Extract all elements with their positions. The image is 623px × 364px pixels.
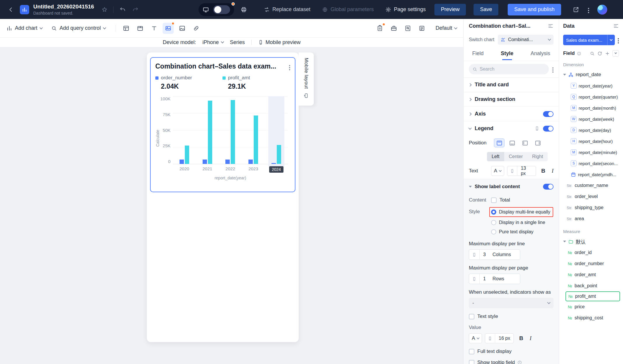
- collapse-panel-icon[interactable]: [613, 23, 619, 29]
- tab-style[interactable]: Style: [500, 47, 514, 60]
- add-query-control-button[interactable]: Add query control: [51, 25, 106, 31]
- phone-override-icon[interactable]: [469, 274, 480, 284]
- field-filter-dropdown-icon[interactable]: [612, 50, 619, 57]
- legend-position-right-button[interactable]: [532, 139, 543, 147]
- printer-icon[interactable]: [241, 6, 247, 13]
- phone-override-icon[interactable]: [507, 166, 517, 176]
- caret-down-icon[interactable]: [469, 186, 472, 188]
- section-title-and-card[interactable]: Title and card: [464, 77, 559, 92]
- field-report-date-year[interactable]: Y report_date(year): [559, 80, 623, 91]
- text-style-row[interactable]: Text style: [469, 314, 554, 319]
- field-order-number[interactable]: № order_number: [559, 258, 621, 269]
- dataset-select[interactable]: Sales data exam...: [563, 35, 615, 45]
- toolkit-icon[interactable]: [388, 23, 399, 34]
- bar-group-2022[interactable]: [219, 96, 242, 164]
- search-fields-icon[interactable]: [590, 51, 595, 56]
- field-report-date-second[interactable]: S report_date(secon...: [559, 158, 623, 169]
- phone-override-icon[interactable]: [485, 334, 495, 343]
- bold-button[interactable]: B: [519, 335, 523, 342]
- field-price[interactable]: № price: [559, 301, 621, 312]
- legend-position-bottom-button[interactable]: [507, 139, 517, 147]
- legend-position-left-button[interactable]: [520, 139, 530, 147]
- bar-group-2023[interactable]: [242, 96, 265, 164]
- back-icon[interactable]: [8, 6, 14, 13]
- share-icon[interactable]: [573, 6, 579, 13]
- align-left-option[interactable]: Left: [487, 152, 504, 161]
- chart-menu-icon[interactable]: [289, 64, 290, 69]
- field-report-date-month[interactable]: M report_date(month): [559, 102, 623, 113]
- image-widget-icon[interactable]: [177, 23, 188, 34]
- search-input[interactable]: [480, 66, 545, 72]
- field-back-point[interactable]: № back_point: [559, 280, 621, 291]
- field-report-date-quarter[interactable]: Q report_date(quarter): [559, 91, 623, 102]
- field-report-date-ymdh[interactable]: report_date(ymdh...: [559, 169, 623, 180]
- page-settings-button[interactable]: Page settings: [385, 6, 426, 13]
- layout-container-icon[interactable]: [121, 23, 132, 34]
- field-order-id[interactable]: № order_id: [559, 247, 621, 258]
- replace-dataset-button[interactable]: Replace dataset: [264, 6, 310, 13]
- mobile-layout-icon[interactable]: [304, 93, 309, 98]
- preview-button[interactable]: Preview: [434, 4, 466, 15]
- legend-item[interactable]: order_number 2.04K: [155, 75, 222, 90]
- text-widget-icon[interactable]: [149, 23, 160, 34]
- italic-button[interactable]: I: [530, 335, 531, 342]
- add-chart-button[interactable]: Add chart: [6, 25, 42, 31]
- bar-group-2024-highlighted[interactable]: [265, 96, 288, 164]
- material-library-icon[interactable]: [374, 23, 385, 34]
- field-order-amt[interactable]: № order_amt: [559, 269, 621, 280]
- unselected-indicators-select[interactable]: -: [469, 298, 554, 308]
- field-order-level[interactable]: Str. order_level: [559, 191, 623, 202]
- theme-select[interactable]: Default: [436, 25, 457, 31]
- mobile-preview-button[interactable]: Mobile preview: [258, 39, 301, 46]
- radio-display-single-line[interactable]: Display in a single line: [491, 219, 553, 226]
- refresh-icon[interactable]: [597, 51, 602, 56]
- value-size-control[interactable]: 16 px: [485, 333, 514, 343]
- caret-down-icon[interactable]: [563, 74, 566, 76]
- full-text-display-checkbox[interactable]: [469, 349, 474, 354]
- device-series-select[interactable]: Series: [230, 39, 245, 46]
- field-area[interactable]: Str. area: [559, 213, 623, 224]
- max-per-page-control[interactable]: 1 Rows: [469, 274, 520, 284]
- desktop-mode-icon[interactable]: [203, 6, 209, 13]
- save-button[interactable]: Save: [474, 4, 498, 15]
- radio-pure-text-display[interactable]: Pure text display: [491, 228, 553, 236]
- save-and-publish-button[interactable]: Save and publish: [508, 4, 561, 15]
- undo-icon[interactable]: [119, 6, 126, 13]
- legend-position-top-button[interactable]: [494, 139, 504, 147]
- mobile-layout-tab[interactable]: Mobile layout: [299, 52, 314, 106]
- measure-folder-default[interactable]: 默认: [559, 236, 623, 247]
- dimension-report-date[interactable]: report_date: [559, 69, 623, 80]
- text-size-control[interactable]: 13 px: [507, 166, 536, 176]
- switch-chart-select[interactable]: Combinati...: [498, 35, 554, 45]
- field-shipping-type[interactable]: Str. shipping_type: [559, 202, 623, 213]
- radio-icon[interactable]: [491, 220, 496, 225]
- device-mode-switch[interactable]: [213, 5, 230, 14]
- radio-selected-icon[interactable]: [491, 209, 496, 215]
- align-center-option[interactable]: Center: [504, 152, 528, 161]
- text-color-select[interactable]: A: [491, 166, 504, 176]
- field-report-date-week[interactable]: W report_date(week): [559, 113, 623, 125]
- italic-button[interactable]: I: [552, 168, 554, 174]
- style-search[interactable]: [469, 64, 549, 74]
- align-right-option[interactable]: Right: [528, 152, 548, 161]
- search-more-icon[interactable]: [552, 66, 554, 72]
- add-field-icon[interactable]: [605, 51, 610, 56]
- media-widget-icon[interactable]: [163, 23, 174, 34]
- todo-list-icon[interactable]: [416, 23, 427, 34]
- collapse-panel-icon[interactable]: [548, 23, 554, 29]
- field-report-date-hour[interactable]: H report_date(hour): [559, 136, 623, 147]
- tab-analysis[interactable]: Analysis: [529, 47, 551, 60]
- dataset-caret[interactable]: [607, 35, 615, 45]
- more-menu-icon[interactable]: [588, 7, 589, 12]
- section-drawing-section[interactable]: Drawing section: [464, 92, 559, 106]
- redo-icon[interactable]: [132, 6, 139, 13]
- tab-field[interactable]: Field: [471, 47, 485, 60]
- chart-card[interactable]: Combination chart–Sales data exam... ord…: [150, 57, 295, 192]
- show-tooltip-field-row[interactable]: Show tooltip field: [469, 360, 554, 364]
- link-widget-icon[interactable]: [191, 23, 202, 34]
- total-checkbox[interactable]: [491, 197, 497, 203]
- bold-button[interactable]: B: [541, 168, 545, 174]
- axis-toggle[interactable]: [543, 111, 554, 117]
- field-report-date-day[interactable]: D report_date(day): [559, 125, 623, 136]
- bar-group-2020[interactable]: [173, 96, 196, 164]
